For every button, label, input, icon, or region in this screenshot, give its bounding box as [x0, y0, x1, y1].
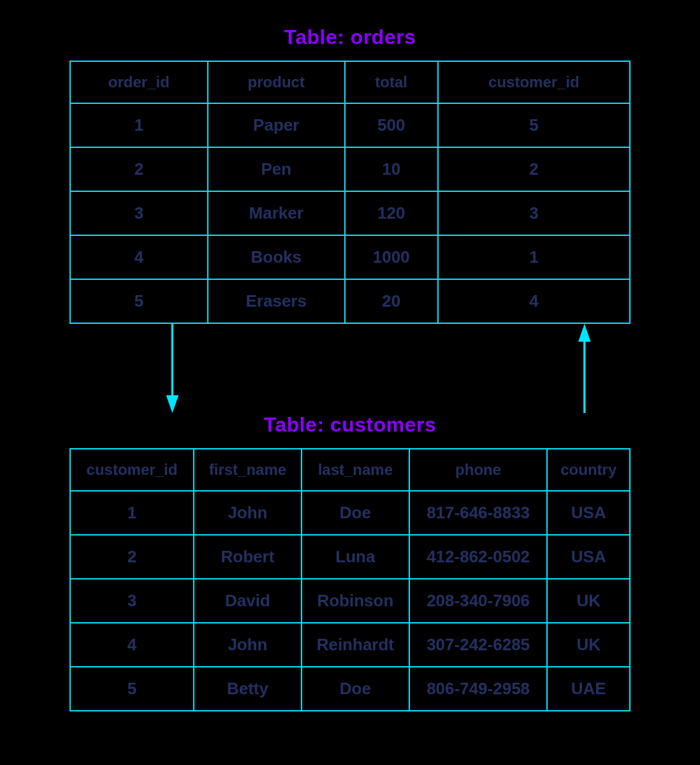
- table-cell: 3: [70, 579, 194, 623]
- orders-section: Table: orders order_id product total cus…: [38, 26, 662, 324]
- orders-col-order-id: order_id: [70, 61, 208, 103]
- orders-data-row: 3Marker1203: [70, 191, 630, 235]
- customers-section: Table: customers customer_id first_name …: [38, 413, 662, 711]
- table-cell: Robert: [194, 535, 302, 579]
- table-cell: Luna: [302, 535, 409, 579]
- customers-table-title: Table: customers: [264, 413, 437, 437]
- table-cell: UK: [547, 623, 630, 667]
- orders-table: order_id product total customer_id 1Pape…: [69, 61, 631, 324]
- orders-table-title: Table: orders: [284, 26, 416, 49]
- table-cell: 817-646-8833: [409, 491, 548, 535]
- table-cell: 3: [70, 191, 208, 235]
- table-cell: Marker: [208, 191, 345, 235]
- table-cell: 20: [345, 279, 438, 323]
- table-cell: John: [194, 491, 302, 535]
- table-cell: 4: [438, 279, 630, 323]
- table-cell: 3: [438, 191, 630, 235]
- table-cell: UAE: [547, 667, 630, 711]
- table-cell: Erasers: [208, 279, 345, 323]
- customers-data-row: 5BettyDoe806-749-2958UAE: [70, 667, 630, 711]
- table-cell: 5: [70, 667, 194, 711]
- table-cell: 1: [70, 103, 208, 147]
- table-cell: 5: [70, 279, 208, 323]
- table-cell: Reinhardt: [302, 623, 409, 667]
- customers-header-row: customer_id first_name last_name phone c…: [70, 449, 630, 491]
- customers-col-first-name: first_name: [194, 449, 302, 491]
- customers-table: customer_id first_name last_name phone c…: [69, 448, 631, 711]
- table-cell: Books: [208, 235, 345, 279]
- customers-data-row: 1JohnDoe817-646-8833USA: [70, 491, 630, 535]
- customers-col-last-name: last_name: [302, 449, 409, 491]
- table-cell: USA: [547, 535, 630, 579]
- table-cell: Doe: [302, 667, 409, 711]
- table-cell: David: [194, 579, 302, 623]
- connector-section: [69, 324, 631, 413]
- svg-marker-3: [578, 324, 591, 342]
- orders-col-product: product: [208, 61, 345, 103]
- table-cell: 806-749-2958: [409, 667, 548, 711]
- orders-data-row: 5Erasers204: [70, 279, 630, 323]
- table-cell: USA: [547, 491, 630, 535]
- table-cell: 10: [345, 147, 438, 191]
- table-cell: 2: [70, 535, 194, 579]
- table-cell: 4: [70, 623, 194, 667]
- table-cell: John: [194, 623, 302, 667]
- svg-marker-1: [166, 395, 179, 413]
- table-cell: Pen: [208, 147, 345, 191]
- table-cell: 1: [438, 235, 630, 279]
- table-cell: 120: [345, 191, 438, 235]
- orders-header-row: order_id product total customer_id: [70, 61, 630, 103]
- table-cell: Paper: [208, 103, 345, 147]
- customers-col-country: country: [547, 449, 630, 491]
- customers-data-row: 3DavidRobinson208-340-7906UK: [70, 579, 630, 623]
- table-cell: 2: [438, 147, 630, 191]
- table-cell: 307-242-6285: [409, 623, 548, 667]
- table-cell: 4: [70, 235, 208, 279]
- customers-col-customer-id: customer_id: [70, 449, 194, 491]
- table-cell: 500: [345, 103, 438, 147]
- table-cell: 5: [438, 103, 630, 147]
- orders-col-total: total: [345, 61, 438, 103]
- orders-data-row: 1Paper5005: [70, 103, 630, 147]
- orders-data-row: 4Books10001: [70, 235, 630, 279]
- table-cell: 412-862-0502: [409, 535, 548, 579]
- table-cell: 1: [70, 491, 194, 535]
- customers-col-phone: phone: [409, 449, 548, 491]
- customers-data-row: 2RobertLuna412-862-0502USA: [70, 535, 630, 579]
- table-cell: 2: [70, 147, 208, 191]
- customers-data-row: 4JohnReinhardt307-242-6285UK: [70, 623, 630, 667]
- table-cell: 208-340-7906: [409, 579, 548, 623]
- table-cell: UK: [547, 579, 630, 623]
- orders-data-row: 2Pen102: [70, 147, 630, 191]
- table-cell: Doe: [302, 491, 409, 535]
- orders-col-customer-id: customer_id: [438, 61, 630, 103]
- connector-arrows: [69, 324, 631, 413]
- table-cell: Robinson: [302, 579, 409, 623]
- table-cell: 1000: [345, 235, 438, 279]
- table-cell: Betty: [194, 667, 302, 711]
